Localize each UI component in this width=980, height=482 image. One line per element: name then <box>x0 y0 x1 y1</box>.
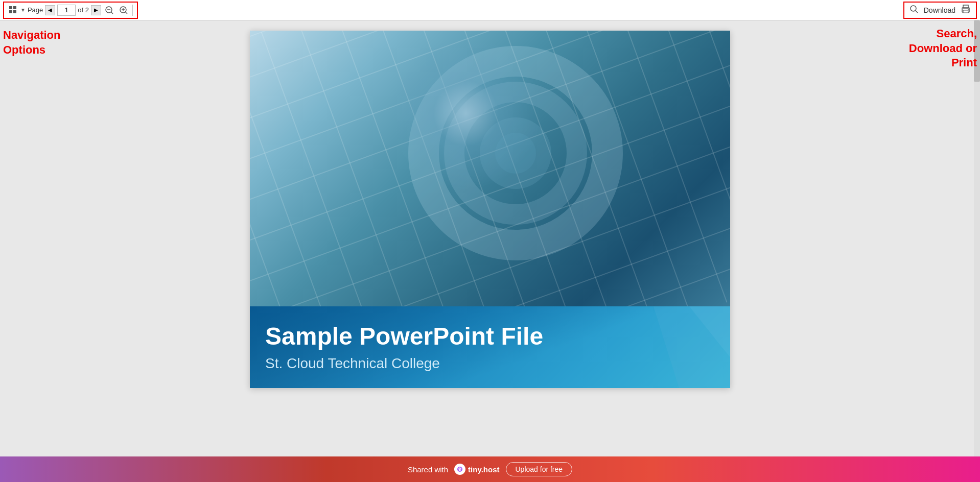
page-number-input[interactable] <box>57 5 76 16</box>
zoom-in-button[interactable] <box>118 4 130 16</box>
svg-rect-15 <box>963 10 968 13</box>
next-page-button[interactable]: ▶ <box>91 5 101 15</box>
toolbar: ▼ Page ◀ of 2 ▶ <box>0 0 980 20</box>
svg-line-6 <box>111 12 113 14</box>
tinyhost-logo-icon <box>454 464 465 475</box>
svg-rect-1 <box>13 6 16 9</box>
svg-rect-24 <box>459 469 461 471</box>
upload-for-free-button[interactable]: Upload for free <box>506 462 573 476</box>
zoom-out-button[interactable] <box>103 4 115 16</box>
thumbnails-icon[interactable] <box>8 5 18 15</box>
search-download-annotation: Search, Search, Download or Print Downlo… <box>909 27 977 70</box>
svg-point-18 <box>454 92 577 214</box>
view-dropdown-arrow[interactable]: ▼ <box>20 7 26 13</box>
prev-page-button[interactable]: ◀ <box>45 5 55 15</box>
main-content: Sample PowerPoint File St. Cloud Technic… <box>0 20 980 456</box>
download-button[interactable]: Download <box>924 6 955 14</box>
svg-rect-2 <box>9 10 12 13</box>
search-download-controls: Download <box>903 2 977 19</box>
svg-point-16 <box>968 9 969 10</box>
svg-point-19 <box>480 117 551 189</box>
total-pages-label: of 2 <box>78 6 89 14</box>
tinyhost-logo: tiny.host <box>454 464 499 475</box>
search-icon[interactable] <box>909 5 919 16</box>
slide-image <box>250 31 730 306</box>
slide-subtitle: St. Cloud Technical College <box>265 355 715 372</box>
svg-line-12 <box>915 10 918 13</box>
svg-rect-0 <box>9 6 12 9</box>
toolbar-separator <box>132 5 133 16</box>
print-icon[interactable] <box>961 4 971 16</box>
svg-point-20 <box>495 133 536 174</box>
bottom-banner: Shared with tiny.host Upload for free <box>0 456 980 482</box>
scrollbar[interactable] <box>974 20 980 456</box>
page-label: Page <box>28 6 43 14</box>
svg-line-10 <box>125 12 127 14</box>
slide-footer: Sample PowerPoint File St. Cloud Technic… <box>250 306 730 388</box>
slide-title: Sample PowerPoint File <box>265 322 715 351</box>
slide-container: Sample PowerPoint File St. Cloud Technic… <box>250 31 730 388</box>
tinyhost-brand-name: tiny.host <box>468 465 499 474</box>
navigation-controls: ▼ Page ◀ of 2 ▶ <box>3 2 138 19</box>
svg-rect-3 <box>13 10 16 13</box>
navigation-annotation: Navigation Options <box>3 28 60 57</box>
svg-point-11 <box>911 6 916 11</box>
shared-with-text: Shared with <box>408 465 448 474</box>
